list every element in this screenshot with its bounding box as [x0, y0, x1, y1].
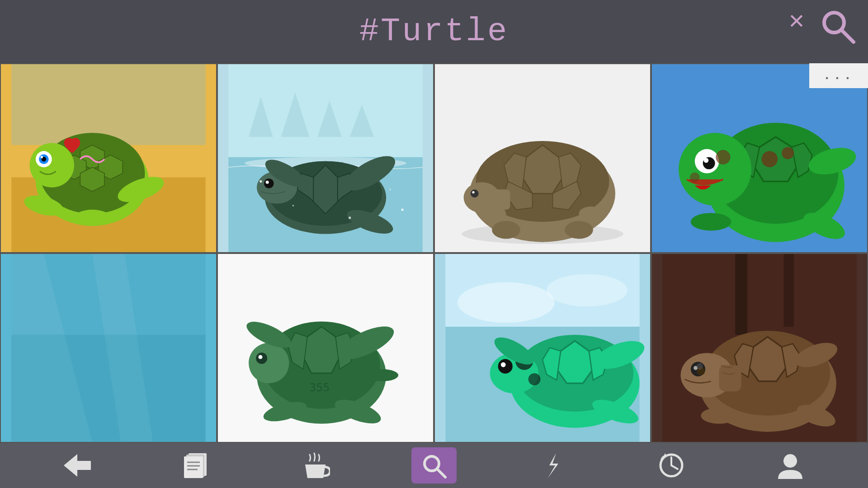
svg-point-30	[266, 181, 269, 184]
clock-icon	[657, 451, 686, 480]
svg-text:355: 355	[309, 381, 330, 394]
svg-point-94	[458, 282, 555, 323]
search-button[interactable]	[411, 447, 457, 483]
svg-point-45	[471, 189, 479, 197]
close-button[interactable]: ×	[788, 9, 805, 36]
svg-rect-124	[184, 456, 203, 478]
svg-point-50	[579, 206, 604, 221]
svg-point-95	[547, 274, 627, 307]
gallery-icon	[182, 451, 211, 480]
toolbar	[0, 443, 868, 488]
svg-point-67	[691, 213, 731, 230]
svg-point-37	[389, 189, 391, 191]
svg-point-57	[761, 151, 778, 167]
grid-cell-7[interactable]	[434, 253, 651, 443]
svg-point-15	[41, 156, 43, 158]
cafe-button[interactable]	[292, 447, 338, 483]
grid-cell-8[interactable]	[651, 253, 868, 443]
svg-point-46	[472, 191, 474, 193]
history-button[interactable]	[649, 447, 694, 483]
svg-rect-113	[719, 365, 741, 391]
grid-cell-2[interactable]	[217, 63, 434, 253]
svg-point-18	[74, 210, 111, 226]
svg-point-49	[482, 206, 506, 221]
svg-marker-130	[548, 453, 558, 478]
svg-point-35	[292, 205, 294, 206]
svg-point-36	[349, 216, 351, 219]
svg-rect-108	[735, 254, 747, 335]
grid-cell-4[interactable]	[651, 63, 868, 253]
svg-point-11	[30, 143, 74, 187]
pen-icon	[538, 451, 567, 480]
svg-point-89	[366, 369, 398, 381]
svg-point-48	[565, 221, 593, 239]
svg-point-64	[690, 173, 699, 182]
svg-point-120	[701, 408, 737, 424]
grid-cell-5[interactable]	[0, 253, 217, 443]
svg-point-63	[716, 150, 730, 164]
coffee-icon	[301, 451, 330, 480]
svg-line-129	[437, 469, 445, 477]
svg-marker-121	[64, 454, 91, 477]
page-title: #Turtle	[359, 13, 509, 50]
svg-line-133	[671, 465, 678, 469]
svg-point-34	[259, 180, 262, 183]
grid-cell-1[interactable]	[0, 63, 217, 253]
svg-point-82	[249, 343, 289, 383]
svg-point-117	[696, 363, 703, 370]
back-button[interactable]	[55, 447, 100, 483]
search-icon	[419, 451, 448, 480]
gallery-button[interactable]	[174, 447, 219, 483]
grid-cell-6[interactable]: 355	[217, 253, 434, 443]
image-grid: 355	[0, 63, 868, 443]
search-icon-header[interactable]	[818, 7, 859, 47]
svg-point-62	[704, 158, 709, 163]
more-menu[interactable]: ...	[809, 63, 868, 88]
svg-point-100	[501, 362, 506, 367]
svg-point-29	[264, 178, 274, 188]
grid-cell-3[interactable]	[434, 63, 651, 253]
draw-button[interactable]	[530, 447, 576, 483]
svg-point-47	[492, 221, 520, 239]
svg-point-135	[783, 454, 797, 468]
svg-point-58	[782, 147, 794, 159]
header: #Turtle ×	[0, 0, 868, 63]
svg-rect-44	[486, 189, 510, 210]
svg-line-1	[842, 30, 854, 42]
svg-point-99	[498, 359, 513, 374]
profile-icon	[776, 451, 805, 480]
svg-point-84	[258, 355, 262, 359]
svg-rect-109	[784, 254, 794, 327]
back-icon	[61, 452, 93, 479]
svg-point-102	[528, 373, 541, 385]
svg-rect-4	[11, 64, 205, 145]
svg-point-38	[401, 208, 403, 211]
profile-button[interactable]	[768, 447, 813, 483]
